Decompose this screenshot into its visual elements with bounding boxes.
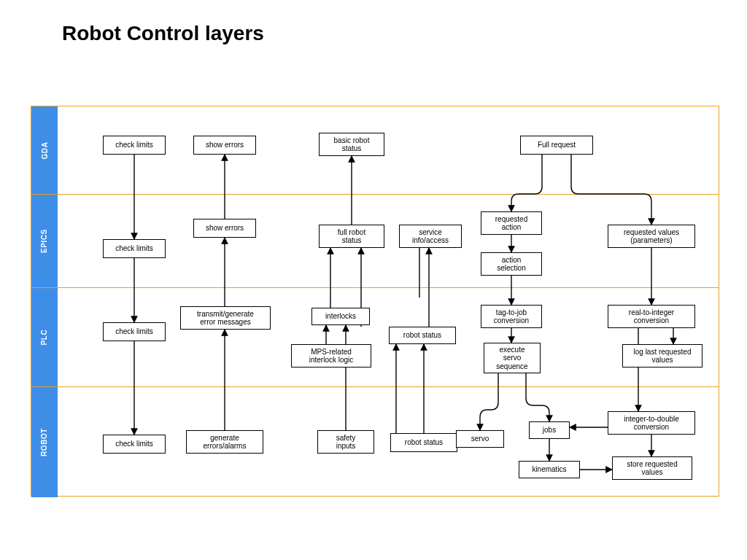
page-title: Robot Control layers <box>62 22 264 45</box>
swimlane-diagram: GDA EPICS PLC ROBOT <box>31 106 719 497</box>
node-p_trans: transmit/generate error messages <box>180 306 271 330</box>
node-g_status: basic robot status <box>319 133 384 156</box>
node-g_show: show errors <box>193 136 256 155</box>
node-r_rstat: robot status <box>390 433 457 452</box>
node-p_r2i: real-to-integer conversion <box>608 305 695 328</box>
lane-label-plc: PLC <box>31 288 58 386</box>
node-g_full: Full request <box>520 136 593 155</box>
node-r_jobs: jobs <box>529 421 570 439</box>
node-r_gen: generate errors/alarms <box>186 430 263 454</box>
lane-label-gda: GDA <box>31 106 58 194</box>
node-p_inter: interlocks <box>311 308 370 325</box>
node-r_kin: kinematics <box>519 461 580 478</box>
node-e_actsel: action selection <box>481 252 542 276</box>
node-g_check: check limits <box>103 136 166 155</box>
node-p_log: log last requested values <box>622 344 703 368</box>
node-e_show: show errors <box>193 219 256 238</box>
node-e_reqact: requested action <box>481 211 542 235</box>
node-r_store: store requested values <box>612 456 692 480</box>
node-r_i2d: integer-to-double conversion <box>608 411 695 435</box>
node-p_mps: MPS-related interlock logic <box>291 344 371 368</box>
node-p_rstat: robot status <box>389 327 456 344</box>
node-p_exec: execute servo sequence <box>484 343 541 373</box>
node-r_safety: safety inputs <box>317 430 374 454</box>
node-p_tagjob: tag-to-job conversion <box>481 305 542 328</box>
lane-label-robot: ROBOT <box>31 387 58 497</box>
node-e_service: service info/access <box>399 225 462 248</box>
node-e_status: full robot status <box>319 225 384 248</box>
node-p_check: check limits <box>103 322 166 341</box>
node-r_check: check limits <box>103 435 166 454</box>
node-e_check: check limits <box>103 239 166 258</box>
lane-label-epics: EPICS <box>31 195 58 287</box>
node-r_servo: servo <box>456 430 504 448</box>
node-e_reqval: requested values (parameters) <box>608 225 695 248</box>
